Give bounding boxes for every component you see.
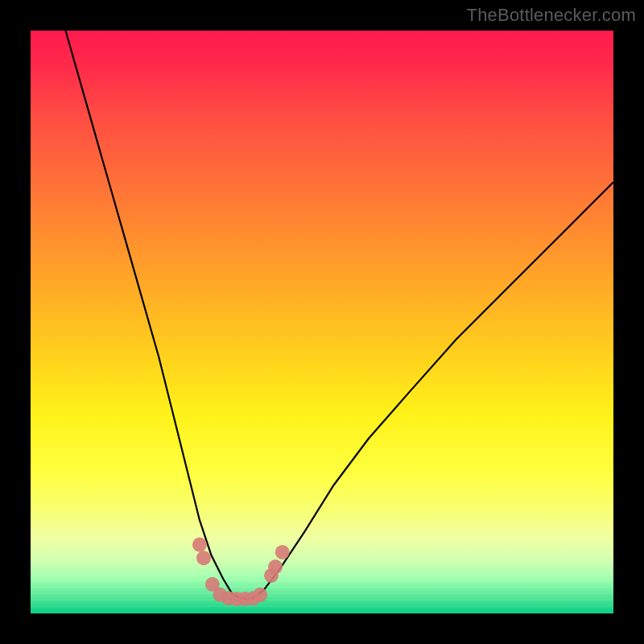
- sample-point: [253, 588, 267, 602]
- chart-svg: [31, 31, 613, 613]
- chart-frame: TheBottlenecker.com: [0, 0, 644, 644]
- sample-point: [192, 538, 207, 552]
- sample-point: [196, 551, 211, 565]
- sample-point: [268, 559, 283, 574]
- sample-points-group: [192, 538, 290, 606]
- sample-point: [275, 545, 290, 559]
- plot-area: [31, 31, 613, 613]
- bottleneck-curve: [65, 31, 613, 599]
- watermark-text: TheBottlenecker.com: [467, 5, 636, 26]
